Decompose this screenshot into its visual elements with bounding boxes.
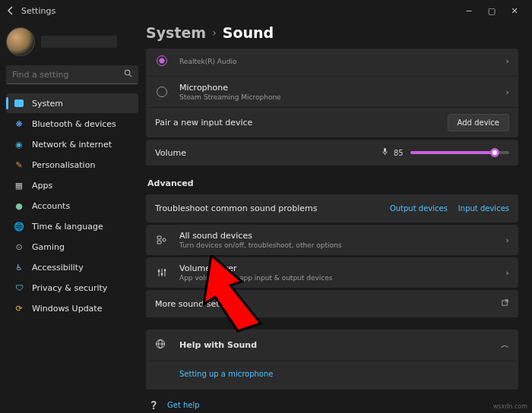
- close-button[interactable]: ✕: [503, 0, 526, 21]
- help-link-row: Setting up a microphone: [146, 361, 518, 389]
- maximize-button[interactable]: ▢: [480, 0, 503, 21]
- system-icon: [14, 98, 24, 109]
- avatar: [6, 27, 35, 56]
- footer-links: ❔ Get help 💬 Give feedback: [146, 392, 518, 413]
- volume-value: 85: [394, 149, 404, 157]
- sidebar-item-time[interactable]: 🌐Time & language: [6, 216, 138, 236]
- sidebar-item-gaming[interactable]: ⊙Gaming: [6, 237, 138, 257]
- breadcrumb: System › Sound: [146, 21, 518, 49]
- svg-rect-5: [157, 241, 161, 244]
- apps-icon: ▦: [14, 180, 24, 191]
- accessibility-icon: ♿: [14, 262, 24, 273]
- titlebar: Settings ─ ▢ ✕: [0, 0, 532, 21]
- back-icon[interactable]: [6, 6, 15, 15]
- shield-icon: 🛡: [14, 282, 24, 293]
- window-controls: ─ ▢ ✕: [458, 0, 526, 21]
- globe-icon: 🌐: [14, 221, 24, 232]
- sidebar-item-network[interactable]: ◉Network & internet: [6, 134, 138, 154]
- chevron-right-icon: ›: [212, 27, 217, 39]
- input-realtek-row[interactable]: Realtek(R) Audio ›: [146, 49, 518, 76]
- sidebar-item-accessibility[interactable]: ♿Accessibility: [6, 257, 138, 277]
- troubleshoot-card: Troubleshoot common sound problems Outpu…: [146, 194, 518, 222]
- svg-rect-4: [157, 236, 161, 239]
- chevron-right-icon: ›: [506, 56, 509, 66]
- user-name-redacted: [41, 36, 117, 48]
- speaker-list-icon: [155, 235, 169, 245]
- sidebar-item-personalisation[interactable]: ✎Personalisation: [6, 155, 138, 175]
- radio-icon[interactable]: [155, 55, 169, 66]
- wifi-icon: ◉: [14, 139, 24, 150]
- help-setup-mic-link[interactable]: Setting up a microphone: [179, 370, 273, 378]
- volume-row: Volume 85: [146, 140, 518, 166]
- breadcrumb-parent[interactable]: System: [146, 24, 206, 41]
- radio-icon[interactable]: [155, 87, 169, 97]
- svg-rect-2: [384, 148, 386, 153]
- bluetooth-icon: ❋: [14, 118, 24, 129]
- sidebar-item-accounts[interactable]: ●Accounts: [6, 196, 138, 216]
- pair-device-row: Pair a new input device Add device: [146, 107, 518, 137]
- input-devices-card: Realtek(R) Audio › Microphone Steam Stre…: [146, 49, 518, 137]
- more-sound-settings-card[interactable]: More sound settings: [146, 290, 518, 317]
- user-profile[interactable]: [6, 24, 138, 64]
- svg-point-6: [163, 238, 166, 241]
- watermark: wsxdn.com: [493, 403, 527, 410]
- search-field[interactable]: [12, 70, 124, 80]
- globe-help-icon: [155, 339, 169, 352]
- mixer-icon: [155, 267, 169, 278]
- svg-point-10: [158, 270, 160, 273]
- external-link-icon: [501, 298, 509, 309]
- search-input[interactable]: [6, 65, 138, 84]
- add-device-button[interactable]: Add device: [448, 114, 509, 131]
- person-icon: ●: [14, 200, 24, 211]
- help-icon: ❔: [149, 401, 160, 409]
- output-devices-link[interactable]: Output devices: [390, 204, 448, 213]
- minimize-button[interactable]: ─: [458, 0, 480, 21]
- main-content: System › Sound Realtek(R) Audio › Microp…: [144, 21, 532, 413]
- get-help-link[interactable]: ❔ Get help: [149, 401, 515, 409]
- nav: System ❋Bluetooth & devices ◉Network & i…: [6, 93, 138, 318]
- svg-line-1: [129, 74, 131, 77]
- search-icon: [124, 69, 132, 80]
- mic-icon[interactable]: [381, 147, 389, 158]
- input-microphone-row[interactable]: Microphone Steam Streaming Microphone ›: [146, 76, 518, 107]
- volume-slider[interactable]: [410, 151, 509, 154]
- svg-point-12: [164, 270, 166, 272]
- help-header[interactable]: Help with Sound ︿: [146, 329, 518, 361]
- app-title: Settings: [21, 6, 55, 16]
- chevron-up-icon: ︿: [501, 339, 509, 351]
- volume-mixer-card[interactable]: Volume mixer App volume mix, app input &…: [146, 257, 518, 288]
- advanced-heading: Advanced: [146, 168, 518, 194]
- svg-point-11: [161, 273, 163, 276]
- gamepad-icon: ⊙: [14, 241, 24, 252]
- sidebar-item-privacy[interactable]: 🛡Privacy & security: [6, 278, 138, 298]
- sidebar-item-bluetooth[interactable]: ❋Bluetooth & devices: [6, 114, 138, 134]
- input-devices-link[interactable]: Input devices: [458, 204, 509, 213]
- troubleshoot-row: Troubleshoot common sound problems Outpu…: [146, 194, 518, 222]
- update-icon: ⟳: [14, 303, 24, 314]
- svg-point-0: [125, 70, 129, 74]
- chevron-right-icon: ›: [506, 87, 509, 97]
- page-title: Sound: [223, 24, 274, 41]
- help-card: Help with Sound ︿ Setting up a microphon…: [146, 329, 518, 389]
- sidebar: System ❋Bluetooth & devices ◉Network & i…: [0, 21, 144, 413]
- all-sound-devices-card[interactable]: All sound devices Turn devices on/off, t…: [146, 225, 518, 255]
- sidebar-item-system[interactable]: System: [6, 93, 138, 113]
- chevron-right-icon: ›: [506, 235, 509, 245]
- sidebar-item-apps[interactable]: ▦Apps: [6, 175, 138, 195]
- chevron-right-icon: ›: [506, 268, 509, 278]
- volume-card: Volume 85: [146, 140, 518, 166]
- paintbrush-icon: ✎: [14, 159, 24, 170]
- sidebar-item-update[interactable]: ⟳Windows Update: [6, 298, 138, 318]
